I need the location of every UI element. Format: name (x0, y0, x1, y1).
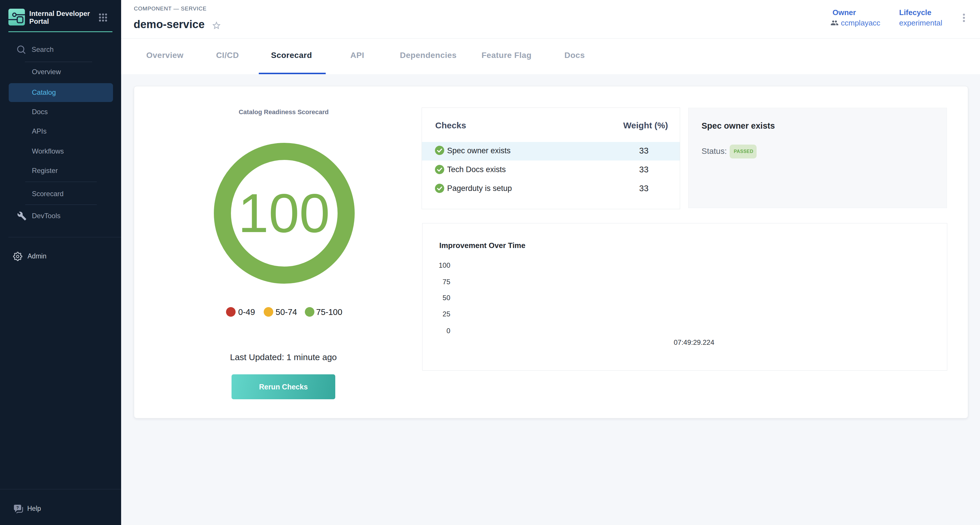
svg-text:?: ? (16, 505, 19, 510)
